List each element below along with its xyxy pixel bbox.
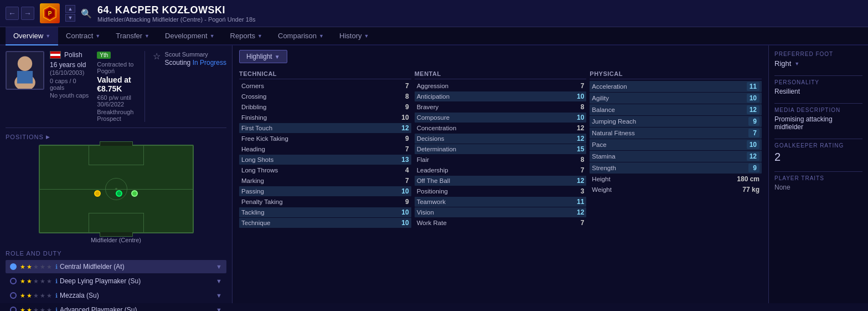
foot-chevron-icon[interactable]: ▼ [794,61,799,67]
role-item-1[interactable]: ★★★★★ ℹ Central Midfielder (At) ▼ [6,260,226,273]
attr-natural-fitness: Natural Fitness 7 [590,128,762,139]
attr-balance: Balance 12 [590,104,762,115]
attr-weight: Weight 77 kg [590,185,762,195]
tab-contract[interactable]: Contract ▼ [58,27,108,45]
role-duty-header: ROLE AND DUTY [6,250,226,257]
role-chevron-2[interactable]: ▼ [216,278,222,284]
divider-3 [774,139,862,139]
youth-caps-line: No youth caps [50,92,91,99]
role-chevron-1[interactable]: ▼ [216,263,222,270]
highlight-button[interactable]: Highlight ▼ [239,50,287,63]
club-nav: ▲ ▼ [65,5,75,22]
pitch-position-label: Midfielder (Centre) [91,237,141,243]
role-stars-1: ★★★★★ [20,263,52,271]
mental-header: MENTAL [415,69,587,79]
attr-work-rate: Work Rate 7 [415,218,587,228]
player-details: Polish 16 years old (16/10/2003) 0 caps … [50,51,91,122]
forward-button[interactable]: → [21,7,34,20]
tab-history[interactable]: History ▼ [332,27,376,45]
age-line: 16 years old (16/10/2003) [50,61,91,77]
preferred-foot-value: Right ▼ [774,59,862,68]
roles-list: ★★★★★ ℹ Central Midfielder (At) ▼ ★★★★★ … [6,260,226,311]
attr-acceleration: Acceleration 11 [590,81,762,92]
personality-label: PERSONALITY [774,79,862,85]
role-info-icon-2[interactable]: ℹ [55,278,58,285]
nav-arrows: ← → [6,7,34,20]
role-radio-3 [10,292,17,299]
player-traits-section: PLAYER TRAITS None [774,175,862,191]
attr-agility: Agility 10 [590,93,762,104]
nationality-row: Polish [50,51,91,59]
role-item-4[interactable]: ★★★★★ ℹ Advanced Playmaker (Su) ▼ [6,303,226,311]
svg-point-4 [18,57,32,71]
search-icon[interactable]: 🔍 [81,8,92,19]
divider-4 [774,171,862,172]
media-desc-value: Promising attacking midfielder [774,115,862,131]
nav-tabs: Overview ▼ Contract ▼ Transfer ▼ Develop… [0,27,868,45]
media-desc-label: MEDIA DESCRIPTION [774,107,862,113]
attr-stamina: Stamina 12 [590,151,762,162]
attr-determination: Determination 15 [415,144,587,154]
mental-col: MENTAL Aggression 7 Anticipation 10 Brav… [415,69,587,228]
role-name-1: Central Midfielder (At) [60,263,125,271]
pitch-center-dot [115,188,117,190]
attr-corners: Corners 7 [239,81,411,91]
attributes-row: TECHNICAL Corners 7 Crossing 8 Dribbling… [239,69,762,228]
attr-heading: Heading 7 [239,144,411,154]
scout-status: Scouting In Progress [165,59,226,67]
tab-comparison[interactable]: Comparison ▼ [270,27,332,45]
tab-reports[interactable]: Reports ▼ [223,27,270,45]
attr-teamwork: Teamwork 11 [415,197,587,207]
tab-transfer[interactable]: Transfer ▼ [108,27,157,45]
player-title: 64. KACPER KOZŁOWSKI Midfielder/Attackin… [97,4,862,23]
personality-value: Resilient [774,88,862,95]
valued-at: Valued at €8.75K [97,75,138,93]
positions-chevron-icon: ▶ [46,134,50,140]
attr-off-the-ball: Off The Ball 12 [415,176,587,186]
role-chevron-3[interactable]: ▼ [216,292,222,299]
tab-overview[interactable]: Overview ▼ [6,27,58,45]
middle-panel: Highlight ▼ TECHNICAL Corners 7 Crossing… [232,45,768,303]
player-name: 64. KACPER KOZŁOWSKI [97,4,862,16]
attr-marking: Marking 7 [239,176,411,186]
physical-col: PHYSICAL Acceleration 11 Agility 10 Bala… [590,69,762,228]
tab-development[interactable]: Development ▼ [157,27,223,45]
main-content: Polish 16 years old (16/10/2003) 0 caps … [0,45,868,303]
attr-finishing: Finishing 10 [239,113,411,123]
pitch-goal-top [100,141,133,146]
role-stars-3: ★★★★★ [20,292,52,299]
role-info-icon-4[interactable]: ℹ [55,307,58,312]
yth-badge: Yth [97,52,111,59]
player-avatar [6,51,44,90]
pitch-position-dot-3 [131,190,138,197]
attr-passing: Passing 10 [239,186,411,196]
scout-block: ☆ Scout Summary Scouting In Progress [144,51,226,122]
club-up[interactable]: ▲ [65,5,75,13]
technical-col: TECHNICAL Corners 7 Crossing 8 Dribbling… [239,69,411,228]
positions-header[interactable]: POSITIONS ▶ [6,134,226,140]
back-button[interactable]: ← [6,7,19,20]
scout-star-icon[interactable]: ☆ [153,51,161,62]
role-item-2[interactable]: ★★★★★ ℹ Deep Lying Playmaker (Su) ▼ [6,274,226,288]
preferred-foot-section: PREFERRED FOOT Right ▼ [774,51,862,68]
role-stars-2: ★★★★★ [20,278,52,285]
attr-penalty-taking: Penalty Taking 9 [239,197,411,207]
role-info-icon-3[interactable]: ℹ [55,292,58,299]
preferred-foot-label: PREFERRED FOOT [774,51,862,57]
attr-technique: Technique 10 [239,218,411,228]
gk-rating-section: GOALKEEPER RATING 2 [774,142,862,164]
player-traits-value: None [774,183,862,191]
club-down[interactable]: ▼ [65,14,75,22]
attr-vision: Vision 12 [415,207,587,217]
physical-header: PHYSICAL [590,69,762,79]
role-chevron-4[interactable]: ▼ [216,307,222,311]
attr-composure: Composure 10 [415,113,587,123]
pitch-position-dot-2 [116,190,122,197]
prospect-label: Breakthrough Prospect [97,109,138,122]
role-info-icon-1[interactable]: ℹ [55,263,58,271]
svg-text:P: P [48,11,52,17]
attr-first-touch: First Touch 12 [239,123,411,133]
role-item-3[interactable]: ★★★★★ ℹ Mezzala (Su) ▼ [6,289,226,302]
pitch-container: Midfielder (Centre) [6,145,226,243]
caps-line: 0 caps / 0 goals [50,78,91,91]
